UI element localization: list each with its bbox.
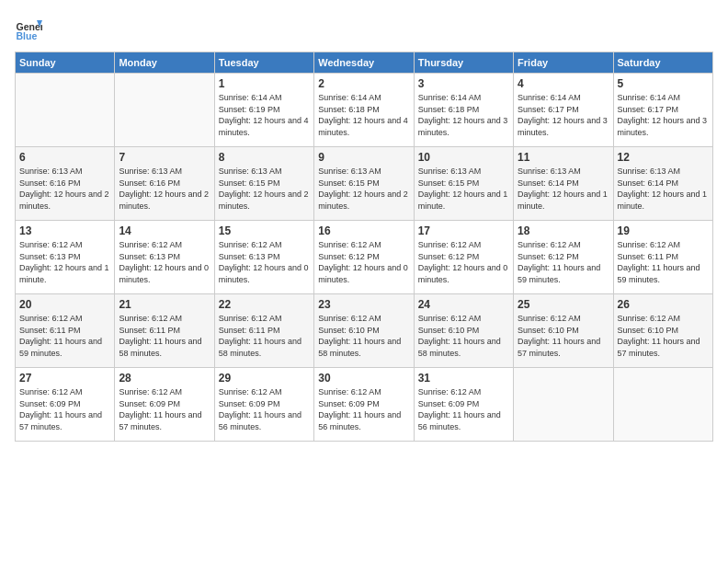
day-cell: 26Sunrise: 6:12 AMSunset: 6:10 PMDayligh… [613, 294, 712, 368]
day-number: 9 [318, 151, 409, 164]
day-cell: 30Sunrise: 6:12 AMSunset: 6:09 PMDayligh… [314, 368, 414, 442]
day-info: Sunrise: 6:13 AMSunset: 6:15 PMDaylight:… [318, 166, 409, 212]
day-number: 24 [418, 298, 509, 311]
day-number: 10 [418, 151, 509, 164]
calendar-table: SundayMondayTuesdayWednesdayThursdayFrid… [15, 52, 713, 442]
day-info: Sunrise: 6:12 AMSunset: 6:11 PMDaylight:… [19, 313, 110, 359]
day-number: 20 [19, 298, 110, 311]
day-number: 23 [318, 298, 409, 311]
day-info: Sunrise: 6:12 AMSunset: 6:13 PMDaylight:… [219, 239, 310, 285]
day-info: Sunrise: 6:13 AMSunset: 6:14 PMDaylight:… [518, 166, 609, 212]
day-cell: 4Sunrise: 6:14 AMSunset: 6:17 PMDaylight… [514, 74, 613, 147]
day-cell [16, 74, 115, 147]
day-cell: 9Sunrise: 6:13 AMSunset: 6:15 PMDaylight… [314, 147, 414, 221]
day-cell: 20Sunrise: 6:12 AMSunset: 6:11 PMDayligh… [16, 294, 115, 368]
day-number: 28 [119, 372, 210, 385]
day-info: Sunrise: 6:12 AMSunset: 6:11 PMDaylight:… [219, 313, 310, 359]
logo: General Blue [15, 15, 42, 42]
day-info: Sunrise: 6:14 AMSunset: 6:18 PMDaylight:… [418, 92, 509, 138]
day-cell: 15Sunrise: 6:12 AMSunset: 6:13 PMDayligh… [214, 221, 313, 294]
day-number: 3 [418, 77, 509, 90]
day-cell: 31Sunrise: 6:12 AMSunset: 6:09 PMDayligh… [414, 368, 513, 442]
calendar-header-row: SundayMondayTuesdayWednesdayThursdayFrid… [16, 52, 713, 74]
day-number: 2 [318, 77, 409, 90]
day-cell: 24Sunrise: 6:12 AMSunset: 6:10 PMDayligh… [414, 294, 513, 368]
day-cell: 12Sunrise: 6:13 AMSunset: 6:14 PMDayligh… [613, 147, 712, 221]
day-cell: 3Sunrise: 6:14 AMSunset: 6:18 PMDaylight… [414, 74, 513, 147]
day-info: Sunrise: 6:12 AMSunset: 6:12 PMDaylight:… [418, 239, 509, 285]
col-header-sunday: Sunday [16, 52, 115, 74]
day-info: Sunrise: 6:14 AMSunset: 6:17 PMDaylight:… [518, 92, 609, 138]
day-cell: 19Sunrise: 6:12 AMSunset: 6:11 PMDayligh… [613, 221, 712, 294]
day-info: Sunrise: 6:12 AMSunset: 6:13 PMDaylight:… [119, 239, 210, 285]
day-number: 29 [219, 372, 310, 385]
day-cell: 13Sunrise: 6:12 AMSunset: 6:13 PMDayligh… [16, 221, 115, 294]
day-number: 5 [618, 77, 709, 90]
day-cell: 23Sunrise: 6:12 AMSunset: 6:10 PMDayligh… [314, 294, 414, 368]
week-row-2: 6Sunrise: 6:13 AMSunset: 6:16 PMDaylight… [16, 147, 713, 221]
col-header-wednesday: Wednesday [314, 52, 414, 74]
day-cell: 17Sunrise: 6:12 AMSunset: 6:12 PMDayligh… [414, 221, 513, 294]
day-info: Sunrise: 6:12 AMSunset: 6:09 PMDaylight:… [19, 386, 110, 432]
day-cell [115, 74, 214, 147]
day-cell: 14Sunrise: 6:12 AMSunset: 6:13 PMDayligh… [115, 221, 214, 294]
day-info: Sunrise: 6:12 AMSunset: 6:10 PMDaylight:… [318, 313, 409, 359]
day-number: 25 [518, 298, 609, 311]
day-cell: 21Sunrise: 6:12 AMSunset: 6:11 PMDayligh… [115, 294, 214, 368]
calendar-body: 1Sunrise: 6:14 AMSunset: 6:19 PMDaylight… [16, 74, 713, 442]
day-number: 6 [19, 151, 110, 164]
day-info: Sunrise: 6:13 AMSunset: 6:14 PMDaylight:… [618, 166, 709, 212]
day-number: 12 [618, 151, 709, 164]
day-number: 13 [19, 224, 110, 237]
day-cell: 5Sunrise: 6:14 AMSunset: 6:17 PMDaylight… [613, 74, 712, 147]
day-number: 11 [518, 151, 609, 164]
day-number: 15 [219, 224, 310, 237]
svg-text:Blue: Blue [17, 30, 38, 41]
day-info: Sunrise: 6:12 AMSunset: 6:09 PMDaylight:… [418, 386, 509, 432]
day-number: 22 [219, 298, 310, 311]
day-info: Sunrise: 6:12 AMSunset: 6:12 PMDaylight:… [318, 239, 409, 285]
day-cell: 18Sunrise: 6:12 AMSunset: 6:12 PMDayligh… [514, 221, 613, 294]
day-number: 30 [318, 372, 409, 385]
day-cell: 27Sunrise: 6:12 AMSunset: 6:09 PMDayligh… [16, 368, 115, 442]
day-info: Sunrise: 6:12 AMSunset: 6:09 PMDaylight:… [318, 386, 409, 432]
day-info: Sunrise: 6:14 AMSunset: 6:17 PMDaylight:… [618, 92, 709, 138]
page-header: General Blue [15, 15, 713, 42]
day-number: 21 [119, 298, 210, 311]
day-cell: 29Sunrise: 6:12 AMSunset: 6:09 PMDayligh… [214, 368, 313, 442]
col-header-tuesday: Tuesday [214, 52, 313, 74]
col-header-monday: Monday [115, 52, 214, 74]
day-number: 18 [518, 224, 609, 237]
day-number: 14 [119, 224, 210, 237]
day-info: Sunrise: 6:12 AMSunset: 6:12 PMDaylight:… [518, 239, 609, 285]
day-cell: 28Sunrise: 6:12 AMSunset: 6:09 PMDayligh… [115, 368, 214, 442]
week-row-1: 1Sunrise: 6:14 AMSunset: 6:19 PMDaylight… [16, 74, 713, 147]
day-info: Sunrise: 6:12 AMSunset: 6:09 PMDaylight:… [119, 386, 210, 432]
logo-icon: General Blue [15, 15, 42, 42]
day-number: 4 [518, 77, 609, 90]
day-info: Sunrise: 6:13 AMSunset: 6:16 PMDaylight:… [19, 166, 110, 212]
day-info: Sunrise: 6:13 AMSunset: 6:15 PMDaylight:… [219, 166, 310, 212]
day-cell: 7Sunrise: 6:13 AMSunset: 6:16 PMDaylight… [115, 147, 214, 221]
day-info: Sunrise: 6:12 AMSunset: 6:10 PMDaylight:… [418, 313, 509, 359]
day-number: 31 [418, 372, 509, 385]
day-cell: 22Sunrise: 6:12 AMSunset: 6:11 PMDayligh… [214, 294, 313, 368]
day-cell: 16Sunrise: 6:12 AMSunset: 6:12 PMDayligh… [314, 221, 414, 294]
day-info: Sunrise: 6:12 AMSunset: 6:09 PMDaylight:… [219, 386, 310, 432]
col-header-friday: Friday [514, 52, 613, 74]
day-number: 8 [219, 151, 310, 164]
day-cell: 1Sunrise: 6:14 AMSunset: 6:19 PMDaylight… [214, 74, 313, 147]
day-info: Sunrise: 6:12 AMSunset: 6:11 PMDaylight:… [119, 313, 210, 359]
week-row-4: 20Sunrise: 6:12 AMSunset: 6:11 PMDayligh… [16, 294, 713, 368]
day-cell: 6Sunrise: 6:13 AMSunset: 6:16 PMDaylight… [16, 147, 115, 221]
col-header-saturday: Saturday [613, 52, 712, 74]
day-number: 16 [318, 224, 409, 237]
day-info: Sunrise: 6:14 AMSunset: 6:19 PMDaylight:… [219, 92, 310, 138]
day-cell [613, 368, 712, 442]
day-cell [514, 368, 613, 442]
day-info: Sunrise: 6:12 AMSunset: 6:13 PMDaylight:… [19, 239, 110, 285]
col-header-thursday: Thursday [414, 52, 513, 74]
day-info: Sunrise: 6:12 AMSunset: 6:11 PMDaylight:… [618, 239, 709, 285]
day-info: Sunrise: 6:13 AMSunset: 6:16 PMDaylight:… [119, 166, 210, 212]
day-info: Sunrise: 6:12 AMSunset: 6:10 PMDaylight:… [618, 313, 709, 359]
